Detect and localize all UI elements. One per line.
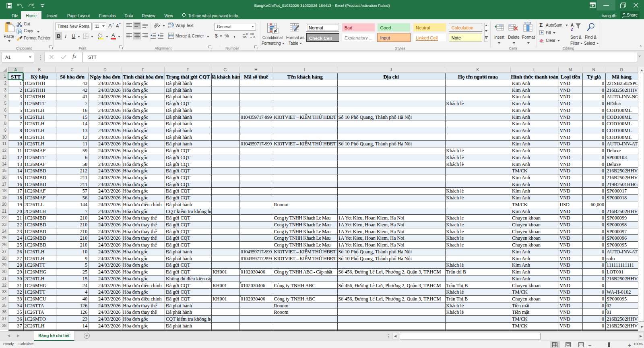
svg-text:A: A: [571, 23, 574, 27]
svg-text:ab: ab: [153, 22, 159, 29]
svg-text:Z: Z: [571, 27, 573, 32]
